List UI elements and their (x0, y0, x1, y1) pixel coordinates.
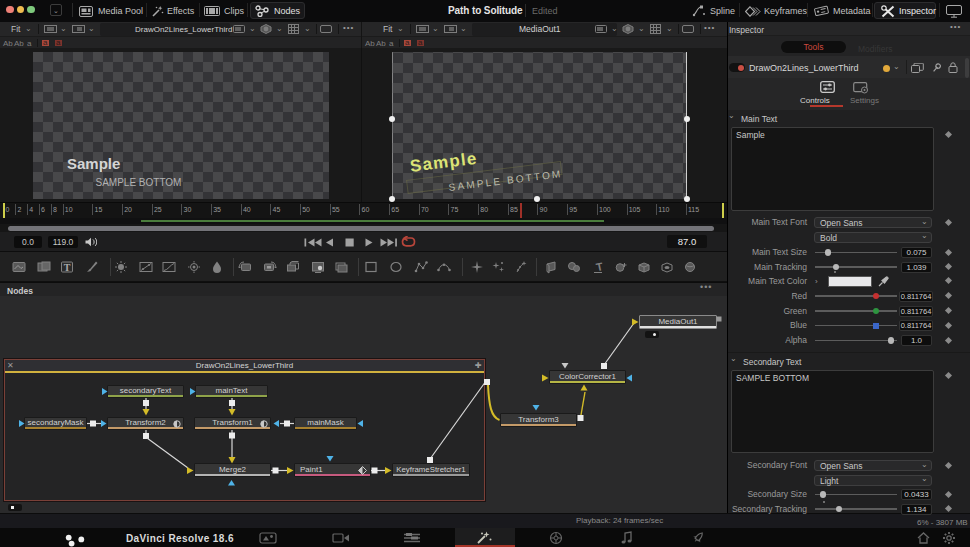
svg-text:T: T (64, 262, 71, 273)
svg-text:T: T (595, 260, 604, 273)
